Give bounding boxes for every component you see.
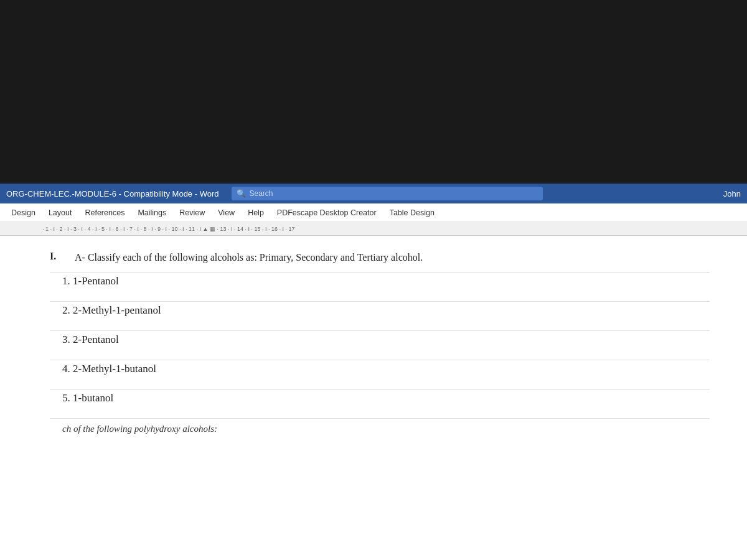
document-title: ORG-CHEM-LEC.-MODULE-6 - Compatibility M… xyxy=(6,189,219,198)
section-title: A- Classify each of the following alcoho… xyxy=(75,251,423,264)
ruler-marks: · 1 · I · 2 · I · 3 · I · 4 · I · 5 · I … xyxy=(42,226,295,232)
ruler: · 1 · I · 2 · I · 3 · I · 4 · I · 5 · I … xyxy=(0,222,747,236)
divider-5 xyxy=(50,389,710,390)
section-number: I. xyxy=(50,251,68,262)
menu-item-help[interactable]: Help xyxy=(243,206,269,220)
divider-6 xyxy=(50,418,710,419)
section-header: I. A- Classify each of the following alc… xyxy=(50,251,710,264)
user-name: John xyxy=(723,189,741,198)
search-icon: 🔍 xyxy=(237,189,246,198)
menu-item-view[interactable]: View xyxy=(213,206,240,220)
list-item-4: 4. 2-Methyl-1-butanol xyxy=(50,363,710,375)
menu-item-pdfescape[interactable]: PDFescape Desktop Creator xyxy=(272,206,382,220)
document-page: I. A- Classify each of the following alc… xyxy=(0,236,747,560)
menu-item-design[interactable]: Design xyxy=(6,206,40,220)
menu-item-mailings[interactable]: Mailings xyxy=(133,206,171,220)
menu-item-layout[interactable]: Layout xyxy=(44,206,77,220)
menu-item-table-design[interactable]: Table Design xyxy=(385,206,439,220)
title-bar: ORG-CHEM-LEC.-MODULE-6 - Compatibility M… xyxy=(0,184,747,203)
list-item-3: 3. 2-Pentanol xyxy=(50,334,710,346)
partial-bottom-text: ch of the following polyhydroxy alcohols… xyxy=(50,424,710,434)
list-item-5: 5. 1-butanol xyxy=(50,392,710,404)
document-area: I. A- Classify each of the following alc… xyxy=(0,236,747,560)
divider-1 xyxy=(50,272,710,273)
menu-item-references[interactable]: References xyxy=(80,206,129,220)
list-item-2: 2. 2-Methyl-1-pentanol xyxy=(50,304,710,317)
divider-3 xyxy=(50,330,710,331)
list-item-1: 1. 1-Pentanol xyxy=(50,275,710,287)
menu-bar: Design Layout References Mailings Review… xyxy=(0,203,747,222)
divider-2 xyxy=(50,301,710,302)
menu-item-review[interactable]: Review xyxy=(174,206,210,220)
search-placeholder: Search xyxy=(250,189,273,198)
divider-4 xyxy=(50,360,710,360)
search-bar[interactable]: 🔍 Search xyxy=(232,187,543,200)
